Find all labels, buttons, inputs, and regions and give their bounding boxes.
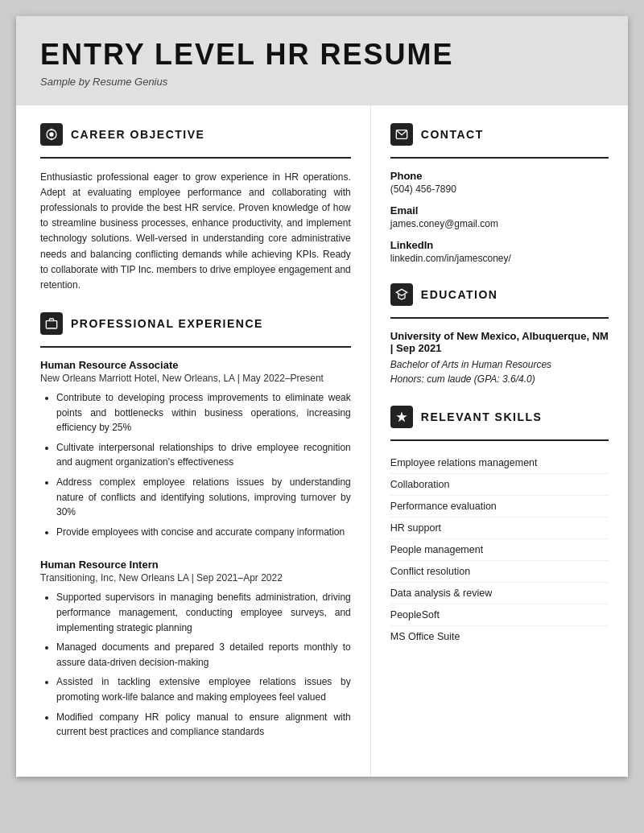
experience-divider (40, 346, 351, 348)
job-2-bullet-4: Modified company HR policy manual to ens… (56, 710, 351, 740)
job-1-bullets: Contribute to developing process improve… (40, 390, 351, 539)
professional-experience-section: Professional Experience Human Resource A… (40, 312, 351, 740)
skill-1: Employee relations management (390, 452, 609, 474)
job-2-bullet-3: Assisted in tackling extensive employee … (56, 674, 351, 704)
skill-3: Performance evaluation (390, 496, 609, 518)
career-icon (40, 123, 63, 146)
experience-title: Professional Experience (71, 317, 263, 330)
resume-title: Entry Level HR Resume (40, 39, 604, 71)
svg-rect-4 (46, 321, 56, 328)
skills-title: Relevant Skills (421, 410, 543, 423)
job-1: Human Resource Associate New Orleans Mar… (40, 359, 351, 539)
contact-linkedin-label: LinkedIn (390, 239, 609, 251)
education-section: Education University of New Mexico, Albu… (390, 283, 609, 386)
right-column: Contact Phone (504) 456-7890 Email james… (371, 105, 628, 777)
career-objective-text: Enthusiastic professional eager to grow … (40, 170, 351, 294)
skill-9: MS Office Suite (390, 626, 609, 647)
contact-email-value: james.coney@gmail.com (390, 218, 609, 229)
career-objective-heading: Career Objective (40, 123, 351, 146)
job-1-details: New Orleans Marriott Hotel, New Orleans,… (40, 373, 351, 384)
education-institution: University of New Mexico, Albuquerque, N… (390, 330, 609, 354)
job-2-title: Human Resource Intern (40, 559, 351, 571)
svg-point-1 (49, 132, 53, 136)
contact-section: Contact Phone (504) 456-7890 Email james… (390, 123, 609, 264)
contact-phone-value: (504) 456-7890 (390, 184, 609, 195)
job-2-bullet-2: Managed documents and prepared 3 detaile… (56, 640, 351, 670)
contact-heading: Contact (390, 123, 609, 146)
skill-2: Collaboration (390, 474, 609, 496)
resume-header: Entry Level HR Resume Sample by Resume G… (16, 16, 628, 105)
job-2-details: Transitioning, Inc, New Orleans LA | Sep… (40, 572, 351, 584)
experience-icon (40, 312, 63, 335)
skills-section: Relevant Skills Employee relations manag… (390, 406, 609, 647)
skills-heading: Relevant Skills (390, 406, 609, 428)
contact-title: Contact (421, 128, 484, 141)
job-1-bullet-2: Cultivate interpersonal relationships to… (56, 440, 351, 470)
job-2-bullets: Supported supervisors in managing benefi… (40, 590, 351, 739)
skills-divider (390, 439, 609, 441)
skill-8: PeopleSoft (390, 604, 609, 626)
job-2-bullet-1: Supported supervisors in managing benefi… (56, 590, 351, 635)
skill-4: HR support (390, 518, 609, 539)
career-divider (40, 157, 351, 159)
education-degree-text: Bachelor of Arts in Human Resources (390, 359, 551, 370)
career-objective-title: Career Objective (71, 128, 204, 141)
experience-heading: Professional Experience (40, 312, 351, 335)
skill-5: People management (390, 539, 609, 561)
resume-content: Career Objective Enthusiastic profession… (16, 105, 628, 777)
education-heading: Education (390, 283, 609, 306)
job-1-bullet-1: Contribute to developing process improve… (56, 390, 351, 435)
contact-divider (390, 157, 609, 159)
career-objective-section: Career Objective Enthusiastic profession… (40, 123, 351, 294)
contact-phone-label: Phone (390, 170, 609, 182)
contact-linkedin-value: linkedin.com/in/jamesconey/ (390, 253, 609, 264)
job-1-title: Human Resource Associate (40, 359, 351, 371)
resume-subtitle: Sample by Resume Genius (40, 76, 604, 88)
education-degree: Bachelor of Arts in Human Resources Hono… (390, 357, 609, 386)
education-honors: Honors: cum laude (GPA: 3.6/4.0) (390, 373, 535, 385)
education-icon (390, 283, 413, 306)
education-title: Education (421, 288, 498, 301)
skill-7: Data analysis & review (390, 583, 609, 604)
skills-icon (390, 406, 413, 428)
contact-icon (390, 123, 413, 146)
left-column: Career Objective Enthusiastic profession… (16, 105, 371, 777)
skill-6: Conflict resolution (390, 561, 609, 583)
education-divider (390, 317, 609, 319)
resume-document: Entry Level HR Resume Sample by Resume G… (16, 16, 628, 777)
job-2: Human Resource Intern Transitioning, Inc… (40, 559, 351, 739)
job-1-bullet-3: Address complex employee relations issue… (56, 475, 351, 520)
job-1-bullet-4: Provide employees with concise and accur… (56, 525, 351, 540)
contact-email-label: Email (390, 204, 609, 216)
